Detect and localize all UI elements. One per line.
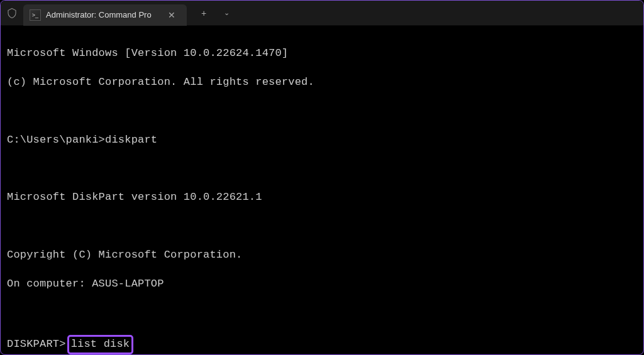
window-titlebar: >_ Administrator: Command Pro ✕ + ⌄ [1,1,643,26]
diskpart-version-line: Microsoft DiskPart version 10.0.22621.1 [7,190,637,205]
shield-icon [1,8,23,19]
active-tab[interactable]: >_ Administrator: Command Pro ✕ [23,4,187,26]
diskpart-prompt: DISKPART> [7,337,66,352]
prompt-1: C:\Users\panki> [7,134,105,146]
prompt-line-2: DISKPART>list disk [7,335,637,354]
command-1: diskpart [105,134,157,146]
computer-name-line: On computer: ASUS-LAPTOP [7,277,637,292]
prompt-line-1: C:\Users\panki>diskpart [7,133,637,148]
highlighted-command: list disk [67,335,134,354]
os-version-line: Microsoft Windows [Version 10.0.22624.14… [7,46,637,61]
new-tab-button[interactable]: + [193,4,214,23]
blank-line [7,219,637,234]
cmd-icon: >_ [30,9,41,21]
close-tab-button[interactable]: ✕ [165,9,178,21]
titlebar-actions: + ⌄ [193,4,237,23]
terminal-output[interactable]: Microsoft Windows [Version 10.0.22624.14… [1,26,643,355]
tab-dropdown-button[interactable]: ⌄ [216,4,237,23]
blank-line [7,104,637,119]
blank-line [7,161,637,176]
copyright-line: (c) Microsoft Corporation. All rights re… [7,75,637,90]
diskpart-copyright-line: Copyright (C) Microsoft Corporation. [7,248,637,263]
tab-title: Administrator: Command Pro [46,10,160,19]
blank-line [7,306,637,320]
